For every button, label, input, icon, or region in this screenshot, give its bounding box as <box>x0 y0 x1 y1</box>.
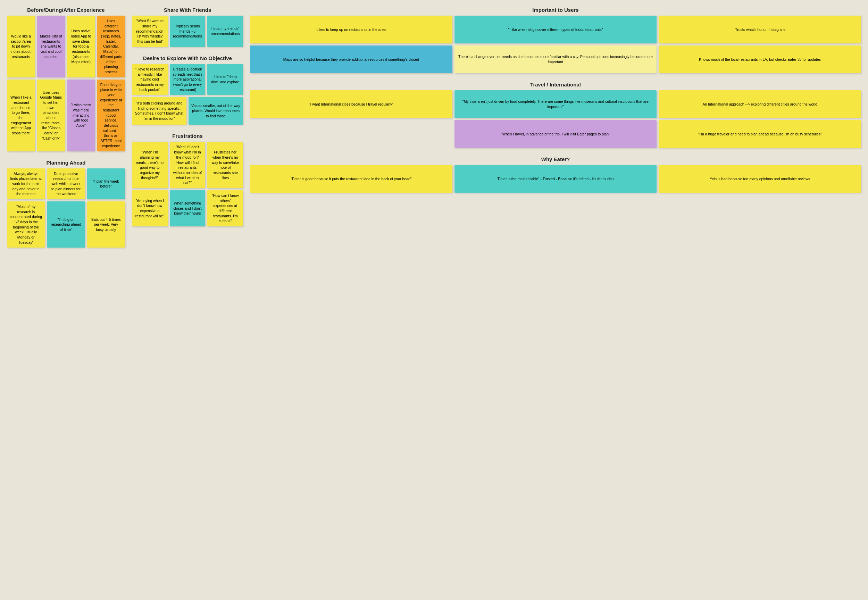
sticky-note: "I like when blogs cover different types… <box>454 16 657 43</box>
sticky-note: Likes to "deep dive" and explore <box>207 64 243 95</box>
important-to-users-section: Important to Users Likes to keep up on r… <box>250 7 861 73</box>
sticky-note: There's a change over her needs as she b… <box>454 45 657 73</box>
frustrations-row2: "Annoying when I don't know how expensiv… <box>132 190 243 226</box>
desire-to-explore-section: Desire to Explore With No Objective "I l… <box>132 55 243 125</box>
sticky-note: "I plan the week before" <box>87 168 125 199</box>
before-during-after-row1: Would like a section/area to jot down no… <box>7 16 125 77</box>
desire-to-explore-row2: "It's both clicking around and finding s… <box>132 97 243 125</box>
share-with-friends-title: Share With Friends <box>132 7 243 13</box>
sticky-note: Trusts what's hot on Instagram <box>659 16 861 43</box>
sticky-note: Frustrates her when there's no way to sa… <box>207 142 243 188</box>
share-with-friends-section: Share With Friends "What if I want to sh… <box>132 7 243 47</box>
sticky-note: Typically sends friends ~3 recommendatio… <box>170 16 206 47</box>
desire-to-explore-title: Desire to Explore With No Objective <box>132 55 243 61</box>
sticky-note: "Eater is good because it puts the resta… <box>250 165 452 193</box>
sticky-note: When I like a restaurant and choose to g… <box>7 80 35 152</box>
frustrations-title: Frustrations <box>132 133 243 139</box>
travel-row2-actual: "When I travel, in advance of the trip, … <box>250 120 861 148</box>
frustrations-section: Frustrations "When I'm planning my meals… <box>132 133 243 226</box>
sticky-note: "Most of my research is concentrated dur… <box>7 202 45 248</box>
before-during-after-row2: When I like a restaurant and choose to g… <box>7 80 125 152</box>
sticky-note: "How can I know others' experiences at d… <box>207 190 243 226</box>
planning-ahead-section: Planning Ahead Always, always finds plac… <box>7 160 125 248</box>
sticky-note: "My trips aren't just driven by food com… <box>454 90 657 118</box>
sticky-note: Would like a section/area to jot down no… <box>7 16 35 77</box>
sticky-note: When something closes and I don't know t… <box>170 190 206 226</box>
sticky-note: "I'm a huge traveler and need to plan ah… <box>659 120 861 148</box>
sticky-note: "When I'm planning my meals, there's no … <box>132 142 168 188</box>
sticky-note: "I want International cities because I t… <box>250 90 452 118</box>
sticky-note: "It's both clicking around and finding s… <box>132 97 186 125</box>
sticky-note: Makes lists of restaurants she wants to … <box>37 16 65 77</box>
planning-ahead-title: Planning Ahead <box>7 160 125 166</box>
sticky-note: Knows much of the local restaurants in L… <box>659 45 861 73</box>
sticky-note: Food diary or place to write your experi… <box>97 80 125 152</box>
sticky-note: User uses Google Maps to set her own pin… <box>37 80 65 152</box>
before-during-after-section: Before/During/After Experience Would lik… <box>7 7 125 152</box>
sticky-note: Values smaller, out-of-the-way places. W… <box>189 97 243 125</box>
sticky-note: "I love to research aimlessly. I like ha… <box>132 64 168 95</box>
planning-ahead-row1: Always, always finds places later at wor… <box>7 168 125 199</box>
sticky-note: I trust my friends' recommendations <box>207 16 243 47</box>
sticky-note: Likes to keep up on restaurants in the a… <box>250 16 452 43</box>
frustrations-row1: "When I'm planning my meals, there's no … <box>132 142 243 188</box>
share-with-friends-row1: "What if I want to share my recommendati… <box>132 16 243 47</box>
sticky-note: Always, always finds places later at wor… <box>7 168 45 199</box>
desire-to-explore-row1: "I love to research aimlessly. I like ha… <box>132 64 243 95</box>
sticky-note: Does proactive research on the web while… <box>47 168 85 199</box>
sticky-note: An International approach --> exploring … <box>659 90 861 118</box>
important-to-users-row1: Likes to keep up on restaurants in the a… <box>250 16 861 43</box>
why-eater-section: Why Eater? "Eater is good because it put… <box>250 156 861 193</box>
sticky-note: Uses native notes App to save ideas for … <box>67 16 95 77</box>
travel-international-title: Travel / International <box>250 82 861 88</box>
sticky-note: "Annoying when I don't know how expensiv… <box>132 190 168 226</box>
sticky-note: "When I travel, in advance of the trip, … <box>454 120 657 148</box>
sticky-note: Creates a location spreadsheet that's mo… <box>170 64 206 95</box>
why-eater-row1: "Eater is good because it puts the resta… <box>250 165 861 193</box>
sticky-note: "I wish there was more interacting with … <box>67 80 95 152</box>
sticky-note: "I'm big on researching ahead of time" <box>47 202 85 248</box>
sticky-note: "What if I want to share my recommendati… <box>132 16 168 47</box>
travel-international-section: Travel / International "I want Internati… <box>250 82 861 148</box>
before-during-after-title: Before/During/After Experience <box>7 7 125 13</box>
sticky-note: Maps are so helpful because they provide… <box>250 45 452 73</box>
sticky-note: Uses different resources (Yelp, notes, E… <box>97 16 125 77</box>
travel-international-row1: "I want International cities because I t… <box>250 90 861 118</box>
planning-ahead-row2: "Most of my research is concentrated dur… <box>7 202 125 248</box>
why-eater-title: Why Eater? <box>250 156 861 162</box>
sticky-note: Eats out 4-5 times per week. Very busy u… <box>87 202 125 248</box>
sticky-note: "Eater is the most reliable" - Trusted -… <box>454 165 657 193</box>
important-to-users-row2: Maps are so helpful because they provide… <box>250 45 861 73</box>
important-to-users-title: Important to Users <box>250 7 861 13</box>
sticky-note: Yelp is bad because too many opinions an… <box>659 165 861 193</box>
sticky-note: "What if I don't know what I'm in the mo… <box>170 142 206 188</box>
